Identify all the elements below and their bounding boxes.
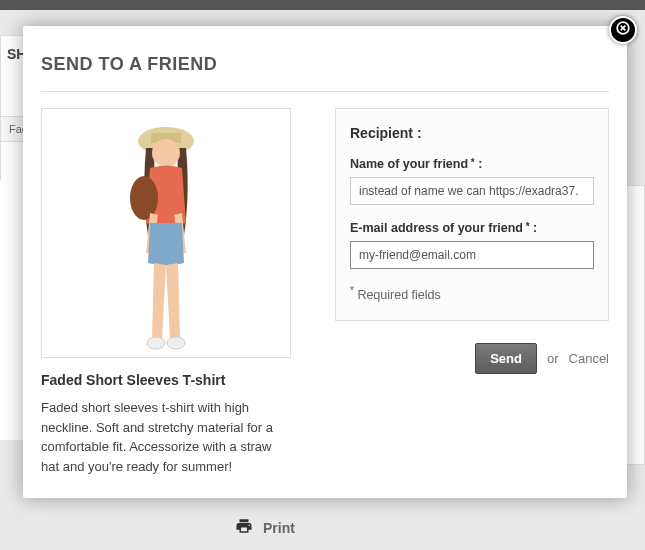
- required-fields-note: * Required fields: [350, 285, 594, 302]
- modal-title: SEND TO A FRIEND: [41, 54, 609, 92]
- friend-name-label: Name of your friend * :: [350, 157, 594, 171]
- send-to-friend-modal: SEND TO A FRIEND: [23, 26, 627, 498]
- product-illustration: [96, 113, 236, 353]
- recipient-heading: Recipient :: [350, 125, 594, 141]
- or-text: or: [547, 351, 559, 366]
- close-button[interactable]: [609, 16, 637, 44]
- close-icon: [616, 21, 630, 39]
- svg-point-5: [147, 337, 165, 349]
- friend-email-input[interactable]: [350, 241, 594, 269]
- product-title: Faded Short Sleeves T-shirt: [41, 372, 293, 388]
- print-label: Print: [263, 520, 295, 536]
- product-description: Faded short sleeves t-shirt with high ne…: [41, 398, 293, 476]
- friend-name-input[interactable]: [350, 177, 594, 205]
- print-link[interactable]: Print: [235, 517, 295, 538]
- cancel-link[interactable]: Cancel: [569, 351, 609, 366]
- topbar: [0, 0, 645, 10]
- svg-point-6: [167, 337, 185, 349]
- friend-email-label: E-mail address of your friend * :: [350, 221, 594, 235]
- modal-actions: Send or Cancel: [335, 343, 609, 374]
- svg-point-3: [152, 139, 180, 167]
- product-image: [41, 108, 291, 358]
- svg-point-4: [130, 176, 158, 220]
- recipient-form: Recipient : Name of your friend * : E-ma…: [335, 108, 609, 321]
- send-button[interactable]: Send: [475, 343, 537, 374]
- print-icon: [235, 517, 263, 538]
